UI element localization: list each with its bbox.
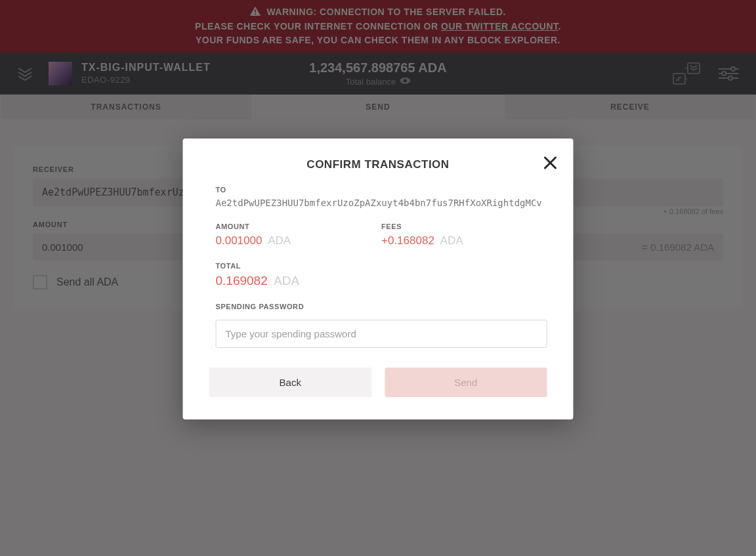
close-icon[interactable] <box>543 156 558 170</box>
modal-total-currency: ADA <box>274 274 299 288</box>
modal-fees-currency: ADA <box>440 234 463 247</box>
modal-amount-label: AMOUNT <box>216 223 382 230</box>
send-button[interactable]: Send <box>385 368 547 397</box>
modal-amount-value: 0.001000 <box>216 234 262 247</box>
spending-password-input[interactable] <box>216 320 547 348</box>
password-label: SPENDING PASSWORD <box>216 303 547 310</box>
modal-title: CONFIRM TRANSACTION <box>209 158 547 171</box>
modal-total-label: TOTAL <box>216 262 547 270</box>
modal-total-value: 0.169082 <box>216 274 268 288</box>
modal-fees-label: FEES <box>381 223 547 230</box>
back-button[interactable]: Back <box>209 368 372 397</box>
confirm-transaction-modal: CONFIRM TRANSACTION TO Ae2tdPwUPEZ3HUU7b… <box>183 139 574 419</box>
modal-fees-value: +0.168082 <box>381 234 434 247</box>
to-address: Ae2tdPwUPEZ3HUU7bmfexrUzoZpAZxuyt4b4bn7f… <box>216 198 547 208</box>
to-label: TO <box>216 186 547 194</box>
modal-amount-currency: ADA <box>268 234 291 247</box>
